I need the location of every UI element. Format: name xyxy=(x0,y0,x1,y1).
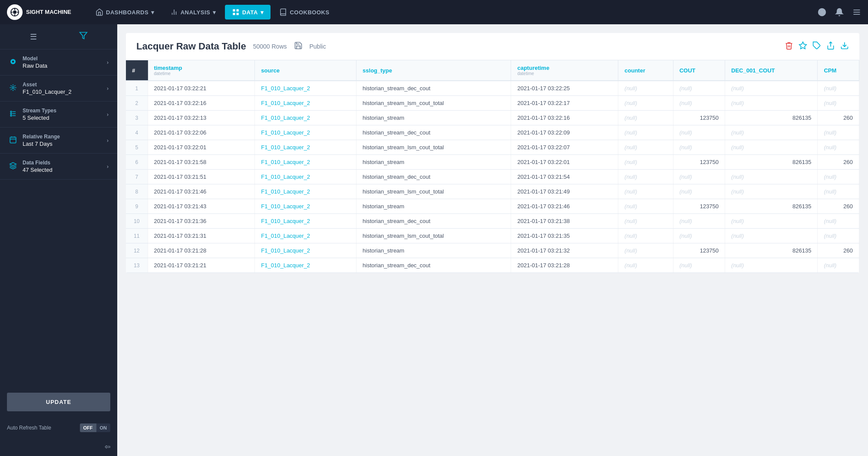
table-row: 10 2021-01-17 03:21:36 F1_010_Lacquer_2 … xyxy=(126,214,859,229)
cell-dec001cout: 826135 xyxy=(725,243,818,258)
nav-data-label: DATA xyxy=(242,9,258,16)
nav-analysis-chevron: ▾ xyxy=(213,9,216,16)
save-icon[interactable] xyxy=(294,41,303,52)
cell-source: F1_010_Lacquer_2 xyxy=(255,258,356,273)
cell-sslog-type: historian_stream_lsm_cout_total xyxy=(356,96,511,111)
table-row: 3 2021-01-17 03:22:13 F1_010_Lacquer_2 h… xyxy=(126,111,859,125)
cell-dec001cout: (null) xyxy=(725,258,818,273)
cell-sslog-type: historian_stream_dec_cout xyxy=(356,214,511,229)
auto-refresh-toggle[interactable]: OFF ON xyxy=(80,423,111,432)
table-row: 13 2021-01-17 03:21:21 F1_010_Lacquer_2 … xyxy=(126,258,859,273)
table-header: Lacquer Raw Data Table 50000 Rows Public xyxy=(126,33,859,60)
cell-dec001cout: (null) xyxy=(725,229,818,243)
svg-rect-10 xyxy=(236,9,238,11)
col-header-cout[interactable]: COUT xyxy=(673,60,725,81)
delete-icon[interactable] xyxy=(785,41,793,52)
cell-rownum: 10 xyxy=(126,214,148,229)
nav-data[interactable]: DATA ▾ xyxy=(225,5,271,20)
svg-marker-33 xyxy=(799,42,807,49)
svg-rect-28 xyxy=(10,137,16,143)
filter-icon[interactable] xyxy=(79,31,88,42)
toggle-off[interactable]: OFF xyxy=(80,423,96,432)
cell-cpm: (null) xyxy=(818,125,859,140)
star-icon[interactable] xyxy=(799,41,807,52)
cell-cpm: (null) xyxy=(818,214,859,229)
hamburger-icon[interactable]: ☰ xyxy=(30,32,37,42)
update-button[interactable]: UPDATE xyxy=(7,393,110,411)
cell-cpm: 260 xyxy=(818,155,859,170)
data-fields-icon xyxy=(9,162,17,171)
col-header-cpm[interactable]: CPM xyxy=(818,60,859,81)
sidebar-relative-range-section[interactable]: Relative Range Last 7 Days › xyxy=(0,128,117,154)
menu-icon[interactable] xyxy=(852,8,861,16)
nav-dashboards[interactable]: DASHBOARDS ▾ xyxy=(89,5,162,20)
sidebar-top-icons: ☰ xyxy=(0,24,117,49)
cell-sslog-type: historian_stream_dec_cout xyxy=(356,170,511,184)
relative-range-content: Relative Range Last 7 Days xyxy=(23,134,107,147)
col-header-dec001cout[interactable]: DEC_001_COUT xyxy=(725,60,818,81)
sidebar-asset-section[interactable]: Asset F1_010_Lacquer_2 › xyxy=(0,75,117,102)
cell-dec001cout: (null) xyxy=(725,140,818,155)
cell-sslog-type: historian_stream xyxy=(356,243,511,258)
cell-timestamp: 2021-01-17 03:22:13 xyxy=(148,111,255,125)
stream-types-value: 5 Selected xyxy=(23,115,107,121)
nav-analysis[interactable]: ANALYSIS ▾ xyxy=(163,5,223,20)
model-icon xyxy=(9,58,17,67)
nav-data-chevron: ▾ xyxy=(261,9,264,16)
cell-timestamp: 2021-01-17 03:21:28 xyxy=(148,243,255,258)
nav-dashboards-label: DASHBOARDS xyxy=(106,9,149,16)
header-actions xyxy=(785,41,849,52)
cell-source: F1_010_Lacquer_2 xyxy=(255,214,356,229)
cell-cout: 123750 xyxy=(673,155,725,170)
cell-cout: 123750 xyxy=(673,111,725,125)
nav-cookbooks[interactable]: COOKBOOKS xyxy=(272,5,336,20)
cell-capturetime: 2021-01-17 03:22:16 xyxy=(511,111,618,125)
cell-source: F1_010_Lacquer_2 xyxy=(255,81,356,96)
sidebar-model-section[interactable]: Model Raw Data › xyxy=(0,49,117,75)
top-navigation: SIGHT MACHINE DASHBOARDS ▾ ANALYSIS ▾ xyxy=(0,0,868,24)
col-header-timestamp[interactable]: timestamp datetime xyxy=(148,60,255,81)
download-icon[interactable] xyxy=(840,41,849,52)
relative-range-chevron: › xyxy=(107,138,109,144)
collapse-button[interactable]: ⇦ xyxy=(105,443,110,451)
model-chevron: › xyxy=(107,59,109,66)
svg-point-21 xyxy=(12,86,14,89)
cell-sslog-type: historian_stream xyxy=(356,111,511,125)
cell-sslog-type: historian_stream_lsm_cout_total xyxy=(356,184,511,199)
sidebar-data-fields-section[interactable]: Data Fields 47 Selected › xyxy=(0,154,117,180)
cell-counter: (null) xyxy=(618,199,673,214)
cell-capturetime: 2021-01-17 03:21:32 xyxy=(511,243,618,258)
cell-rownum: 11 xyxy=(126,229,148,243)
app-logo[interactable]: SIGHT MACHINE xyxy=(7,4,71,20)
cell-timestamp: 2021-01-17 03:22:16 xyxy=(148,96,255,111)
cell-timestamp: 2021-01-17 03:22:06 xyxy=(148,125,255,140)
col-header-capturetime[interactable]: capturetime datetime xyxy=(511,60,618,81)
cell-counter: (null) xyxy=(618,125,673,140)
col-header-sslog-type[interactable]: sslog_type xyxy=(356,60,511,81)
share-icon[interactable] xyxy=(826,41,835,52)
cell-rownum: 7 xyxy=(126,170,148,184)
cell-timestamp: 2021-01-17 03:21:31 xyxy=(148,229,255,243)
cell-sslog-type: historian_stream_lsm_cout_total xyxy=(356,140,511,155)
public-badge[interactable]: Public xyxy=(310,43,326,50)
cell-source: F1_010_Lacquer_2 xyxy=(255,229,356,243)
table-header-row: # timestamp datetime source sslog_type xyxy=(126,60,859,81)
toggle-on[interactable]: ON xyxy=(96,423,111,432)
col-header-rownum: # xyxy=(126,60,148,81)
tag-icon[interactable] xyxy=(812,41,821,52)
cell-timestamp: 2021-01-17 03:21:36 xyxy=(148,214,255,229)
cell-cpm: (null) xyxy=(818,81,859,96)
sidebar-stream-types-section[interactable]: Stream Types 5 Selected › xyxy=(0,102,117,128)
cell-cout: (null) xyxy=(673,258,725,273)
table-row: 2 2021-01-17 03:22:16 F1_010_Lacquer_2 h… xyxy=(126,96,859,111)
col-header-counter[interactable]: counter xyxy=(618,60,673,81)
col-header-source[interactable]: source xyxy=(255,60,356,81)
cell-counter: (null) xyxy=(618,140,673,155)
cell-rownum: 1 xyxy=(126,81,148,96)
cell-counter: (null) xyxy=(618,96,673,111)
content-card: Lacquer Raw Data Table 50000 Rows Public xyxy=(126,33,859,273)
table-rows-badge: 50000 Rows xyxy=(253,43,287,50)
cell-cpm: (null) xyxy=(818,96,859,111)
help-icon[interactable] xyxy=(818,8,826,16)
notification-icon[interactable] xyxy=(835,8,844,16)
